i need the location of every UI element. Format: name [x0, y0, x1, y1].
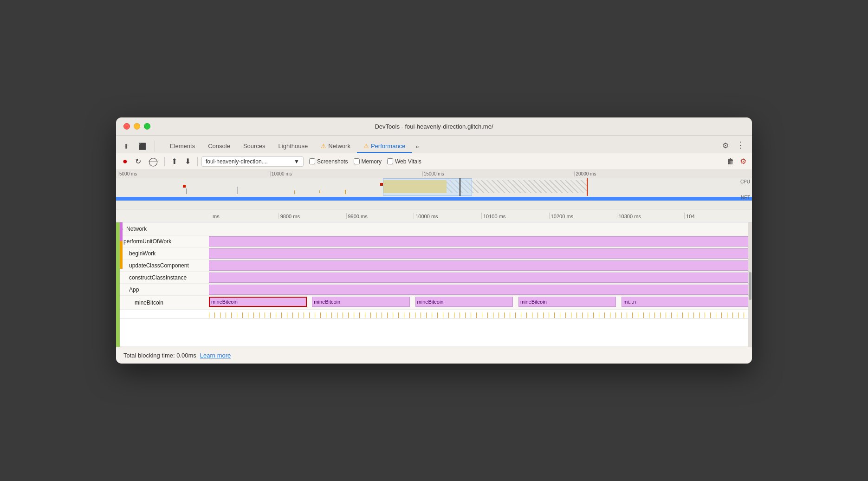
cursor-tool-button[interactable]: ⬆	[120, 140, 133, 153]
record-toolbar: ● ↻ ◯ ⬆ ⬇ foul-heavenly-direction.... ▼ …	[116, 153, 752, 170]
left-bar-yellow	[120, 241, 123, 269]
tab-performance[interactable]: ⚠Performance	[357, 140, 412, 153]
table-row[interactable]: App	[116, 284, 752, 296]
tab-sources[interactable]: Sources	[237, 140, 272, 153]
tab-network[interactable]: ⚠Network	[314, 140, 357, 153]
table-row[interactable]: mineBitcoin mineBitcoin mineBitcoin mine…	[116, 296, 752, 310]
checkbox-group: Screenshots Memory Web Vitals	[309, 158, 421, 165]
flame-bar-constructclass[interactable]	[209, 273, 752, 283]
flame-bar-minebitcoin-2[interactable]: mineBitcoin	[312, 297, 410, 307]
network-section-label: Network	[126, 226, 147, 232]
close-button[interactable]	[123, 123, 130, 130]
flame-bar-perform[interactable]	[209, 236, 752, 247]
window-title: DevTools - foul-heavenly-direction.glitc…	[375, 123, 493, 130]
webvitals-checkbox[interactable]	[387, 158, 393, 164]
toolbar-separator	[155, 141, 155, 152]
memory-checkbox-item[interactable]: Memory	[354, 158, 382, 165]
record-button[interactable]: ●	[120, 155, 130, 168]
tick-marks-container	[209, 310, 752, 318]
webvitals-checkbox-item[interactable]: Web Vitals	[387, 158, 421, 165]
status-bar: Total blocking time: 0.00ms Learn more	[116, 347, 752, 364]
flame-bar-minebitcoin-5[interactable]: mi...n	[622, 297, 752, 307]
tab-elements[interactable]: Elements	[163, 140, 201, 153]
flame-bar-minebitcoin-3[interactable]: mineBitcoin	[415, 297, 513, 307]
url-dropdown-icon: ▼	[294, 158, 299, 165]
table-row[interactable]: updateClassComponent	[116, 260, 752, 272]
flame-bar-area-5: mineBitcoin mineBitcoin mineBitcoin mine…	[209, 296, 752, 309]
screenshots-checkbox[interactable]	[309, 158, 315, 164]
table-row[interactable]: constructClassInstance	[116, 272, 752, 284]
time-tick-partial: ms	[211, 213, 279, 219]
flame-label-2: updateClassComponent	[116, 262, 209, 269]
flame-bar-updateclass[interactable]	[209, 260, 752, 271]
flame-bar-minebitcoin-4[interactable]: mineBitcoin	[518, 297, 616, 307]
scrollbar[interactable]	[748, 222, 752, 347]
performance-settings-icon[interactable]: ⚙	[738, 155, 748, 168]
title-bar: DevTools - foul-heavenly-direction.glitc…	[116, 117, 752, 136]
memory-checkbox[interactable]	[354, 158, 360, 164]
mini-ruler: 5000 ms 10000 ms 15000 ms 20000 ms CPU	[116, 170, 752, 178]
url-select[interactable]: foul-heavenly-direction.... ▼	[201, 156, 304, 167]
red-flag-1	[183, 185, 186, 188]
table-row[interactable]: beginWork	[116, 247, 752, 260]
flame-bar-area-2	[209, 260, 752, 271]
traffic-lights	[123, 123, 150, 130]
tab-lighthouse[interactable]: Lighthouse	[272, 140, 315, 153]
flame-label-0: performUnitOfWork	[116, 238, 209, 245]
flame-chart-area[interactable]: ▶ Network performUnitOfWork beginWork	[116, 222, 752, 347]
flame-bar-area-3	[209, 272, 752, 283]
empty-row	[116, 319, 752, 347]
flame-bar-area-1	[209, 247, 752, 259]
black-marker-1	[460, 178, 460, 196]
mini-tick-2: 10000 ms	[270, 171, 422, 176]
table-row[interactable]: performUnitOfWork	[116, 235, 752, 247]
settings-icon[interactable]: ⚙	[719, 138, 732, 153]
flame-label-1: beginWork	[116, 250, 209, 257]
mini-tick-3: 15000 ms	[422, 171, 575, 176]
scroll-thumb[interactable]	[749, 272, 751, 300]
flame-bar-app[interactable]	[209, 285, 752, 295]
time-tick-10200: 10200 ms	[549, 213, 617, 219]
tick-pattern	[209, 312, 752, 318]
learn-more-link[interactable]: Learn more	[200, 352, 231, 359]
cpu-spike-1	[186, 188, 187, 194]
mini-ruler-ticks: 5000 ms 10000 ms 15000 ms 20000 ms	[118, 171, 752, 176]
reload-button[interactable]: ↻	[132, 155, 144, 168]
time-tick-104: 104	[684, 213, 752, 219]
clear-button[interactable]: ◯	[146, 155, 161, 169]
mini-timeline[interactable]: 5000 ms 10000 ms 15000 ms 20000 ms CPU	[116, 170, 752, 209]
time-tick-10100: 10100 ms	[481, 213, 549, 219]
flame-bar-beginwork[interactable]	[209, 248, 752, 259]
flame-bar-area-0	[209, 235, 752, 247]
net-chart: NET	[116, 196, 752, 201]
nav-tabs: ⬆ ⬛ Elements Console Sources Lighthouse …	[116, 136, 752, 153]
red-marker-1	[587, 178, 588, 196]
time-tick-10300: 10300 ms	[617, 213, 685, 219]
dock-button[interactable]: ⬛	[135, 140, 150, 153]
rec-separator-2	[197, 157, 198, 166]
mini-tick-1: 5000 ms	[118, 171, 270, 176]
timeline-selection	[383, 178, 472, 196]
download-button[interactable]: ⬇	[182, 155, 194, 168]
upload-button[interactable]: ⬆	[168, 155, 180, 168]
tab-console[interactable]: Console	[201, 140, 237, 153]
delete-recording-button[interactable]: 🗑	[725, 156, 736, 168]
maximize-button[interactable]	[144, 123, 150, 130]
mini-tick-4: 20000 ms	[574, 171, 751, 176]
network-section-header[interactable]: ▶ Network	[116, 222, 752, 235]
minimize-button[interactable]	[134, 123, 140, 130]
flame-label-4: App	[116, 286, 209, 293]
time-ruler-inner: ms 9800 ms 9900 ms 10000 ms 10100 ms 102…	[209, 213, 752, 219]
more-options-icon[interactable]: ⋮	[732, 137, 748, 153]
cpu-tiny-3	[345, 190, 346, 194]
more-tabs-button[interactable]: »	[412, 140, 422, 153]
cpu-tiny-2	[319, 190, 320, 193]
screenshots-checkbox-item[interactable]: Screenshots	[309, 158, 348, 165]
time-tick-10000: 10000 ms	[414, 213, 481, 219]
rec-separator-1	[164, 157, 165, 166]
time-ruler: ms 9800 ms 9900 ms 10000 ms 10100 ms 102…	[116, 209, 752, 222]
flame-rows: performUnitOfWork beginWork	[116, 235, 752, 347]
red-flag-2	[380, 183, 383, 186]
flame-bar-minebitcoin-1[interactable]: mineBitcoin	[209, 297, 307, 307]
cpu-spike-2	[237, 187, 238, 194]
